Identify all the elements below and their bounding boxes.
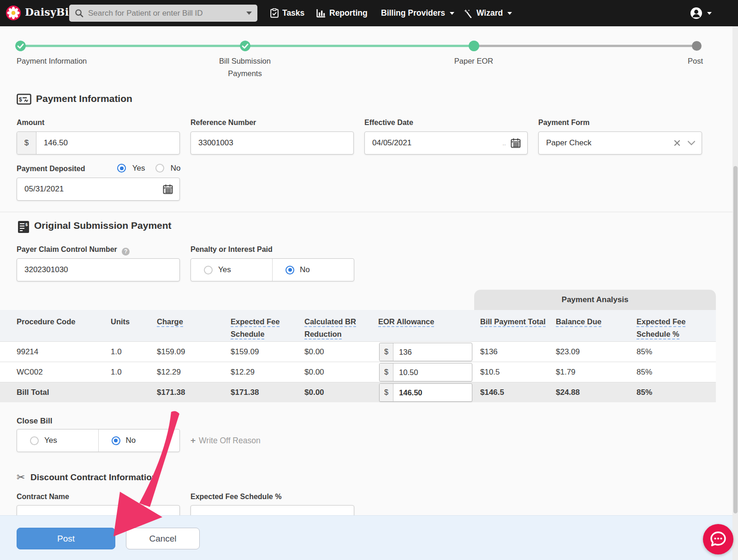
deposit-date-field (17, 178, 180, 201)
col-eor-allowance[interactable]: EOR Allowance (378, 316, 434, 328)
radio-unselected-icon[interactable] (155, 164, 164, 173)
cancel-button[interactable]: Cancel (126, 528, 200, 549)
currency-prefix: $ (380, 363, 393, 381)
eor-allowance-total-input[interactable] (393, 384, 472, 401)
scrollbar-track[interactable] (732, 26, 738, 560)
radio-selected-icon[interactable] (112, 436, 120, 445)
close-bill-no-option[interactable]: No (98, 429, 180, 452)
search-dropdown-chevron-icon[interactable] (246, 12, 252, 15)
payer-claim-control-number-label: Payer Claim Control Number ? (17, 245, 130, 256)
eor-allowance-input[interactable] (393, 363, 472, 381)
effective-date-hint-dots: .. (502, 139, 506, 147)
radio-selected-icon[interactable] (286, 266, 294, 274)
nav-reporting[interactable]: Reporting (316, 0, 368, 26)
post-button[interactable]: Post (17, 528, 115, 549)
ledger-icon: $ (18, 220, 30, 233)
payer-claim-control-number-field (17, 258, 180, 281)
cell-charge: $171.38 (157, 382, 185, 403)
global-search-input[interactable]: Search for Patient or enter Bill ID (69, 5, 257, 22)
penalty-or-interest-toggle: Yes No (190, 258, 354, 281)
payment-form-select[interactable]: Paper Check (538, 131, 702, 155)
cell-bill-payment-total: $146.5 (480, 382, 504, 403)
step-label-bill-submission-payments: Bill Submission Payments (208, 55, 282, 80)
chevron-down-icon (707, 12, 712, 15)
stepper-line-upcoming (474, 45, 696, 47)
plus-icon: + (190, 435, 196, 446)
help-icon[interactable]: ? (122, 248, 130, 256)
step-current-dot (469, 41, 479, 51)
cell-calculated-br-reduction: $0.00 (304, 342, 324, 362)
step-label-post: Post (664, 55, 703, 67)
radio-selected-icon[interactable] (117, 164, 126, 173)
cell-bill-payment-total: $10.5 (480, 362, 500, 382)
reference-number-field (190, 131, 354, 155)
eor-allowance-input[interactable] (393, 343, 472, 361)
reporting-barchart-icon (316, 9, 326, 18)
nav-wizard[interactable]: Wizard (464, 0, 512, 26)
amount-input[interactable] (36, 138, 179, 148)
amount-currency-prefix: $ (17, 132, 36, 154)
radio-unselected-icon[interactable] (30, 436, 39, 445)
table-header-row: Procedure Code Units Charge Expected Fee… (0, 310, 716, 341)
cell-balance-due: $23.09 (556, 342, 580, 362)
payment-deposited-label: Payment Deposited (17, 165, 85, 173)
penalty-no-option[interactable]: No (272, 259, 354, 281)
payment-information-title: Payment Information (36, 93, 132, 104)
payment-check-icon: $ (17, 94, 31, 105)
scissors-icon: ✂ (17, 471, 25, 483)
col-charge[interactable]: Charge (157, 316, 183, 328)
payment-deposited-no-option[interactable]: No (155, 164, 180, 173)
payment-analysis-header: Payment Analysis (474, 290, 716, 310)
expected-fee-schedule-pct-label: Expected Fee Schedule % (190, 493, 281, 501)
col-calculated-br-reduction[interactable]: Calculated BR Reduction (304, 316, 356, 340)
nav-user-menu[interactable] (690, 0, 712, 26)
step-complete-check-icon (240, 41, 250, 51)
col-bill-payment-total[interactable]: Bill Payment Total (480, 316, 546, 328)
effective-date-label: Effective Date (364, 119, 413, 127)
cell-units: 1.0 (111, 342, 122, 362)
col-expected-fee-schedule[interactable]: Expected Fee Schedule (231, 316, 280, 340)
nav-billing-providers[interactable]: Billing Providers (381, 0, 454, 26)
radio-unselected-icon[interactable] (204, 266, 213, 274)
scrollbar-thumb[interactable] (733, 166, 738, 513)
effective-date-input[interactable] (365, 138, 502, 148)
step-label-payment-information: Payment Information (17, 55, 118, 67)
col-balance-due[interactable]: Balance Due (556, 316, 601, 328)
calendar-icon[interactable] (163, 184, 173, 194)
cell-balance-due: $24.88 (556, 382, 580, 403)
eor-allowance-total-field: $ (379, 383, 472, 402)
clear-x-icon[interactable] (674, 140, 680, 146)
table-row: WC002 1.0 $12.29 $12.29 $0.00 $ $10.5 $1… (0, 362, 716, 382)
step-complete-check-icon (15, 41, 26, 51)
wizard-wand-icon (464, 9, 473, 18)
cell-calculated-br-reduction: $0.00 (304, 362, 324, 382)
payment-deposited-yes-option[interactable]: Yes (117, 164, 145, 173)
chevron-down-icon (507, 12, 512, 15)
table-row: 99214 1.0 $159.09 $159.09 $0.00 $ $136 $… (0, 341, 716, 362)
chat-widget-button[interactable] (703, 524, 733, 554)
step-label-paper-eor: Paper EOR (437, 55, 511, 67)
deposit-date-input[interactable] (17, 185, 163, 194)
write-off-reason-link[interactable]: + Write Off Reason (190, 435, 261, 446)
cell-charge: $12.29 (157, 362, 181, 382)
payment-form-label: Payment Form (538, 119, 589, 127)
eor-allowance-field: $ (379, 363, 472, 381)
eor-allowance-field: $ (379, 343, 472, 361)
user-avatar-icon (690, 7, 702, 19)
cell-bill-payment-total: $136 (480, 342, 498, 362)
payer-claim-control-number-input[interactable] (17, 265, 179, 274)
close-bill-yes-option[interactable]: Yes (17, 429, 98, 452)
top-nav: DaisyBill Search for Patient or enter Bi… (0, 0, 738, 26)
currency-prefix: $ (380, 343, 393, 361)
reference-number-input[interactable] (191, 138, 353, 148)
daisy-logo-icon[interactable] (6, 6, 21, 20)
calendar-icon[interactable] (511, 138, 521, 148)
search-placeholder: Search for Patient or enter Bill ID (88, 9, 246, 18)
penalty-yes-option[interactable]: Yes (191, 259, 272, 281)
nav-tasks[interactable]: Tasks (270, 0, 304, 26)
bill-total-row: Bill Total $171.38 $171.38 $0.00 $ $146.… (0, 382, 716, 402)
col-expected-fee-schedule-pct[interactable]: Expected Fee Schedule % (637, 316, 685, 340)
cell-procedure-code: WC002 (17, 362, 43, 382)
chevron-down-icon[interactable] (688, 141, 695, 145)
cell-expected-fee-schedule: $159.09 (231, 342, 259, 362)
